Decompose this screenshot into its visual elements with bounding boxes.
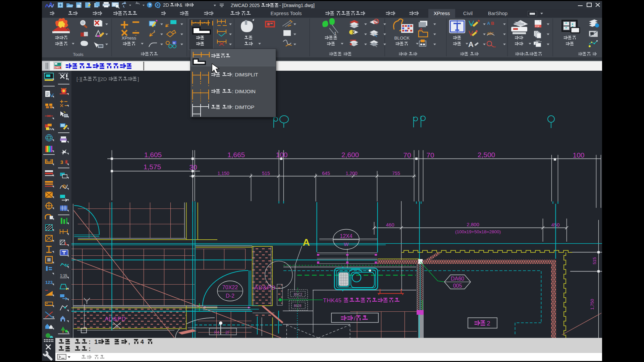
svg-text:1,605: 1,605 <box>144 151 162 159</box>
svg-text:3: 3 <box>60 159 63 165</box>
svg-text:460: 460 <box>386 222 394 228</box>
svg-text:70: 70 <box>403 151 411 159</box>
svg-text:005: 005 <box>453 283 462 289</box>
svg-text:M: M <box>173 41 175 45</box>
svg-text:515: 515 <box>262 171 270 176</box>
svg-text:1:15: 1:15 <box>60 274 67 278</box>
svg-text:515: 515 <box>592 257 597 264</box>
svg-text:1,575: 1,575 <box>144 163 161 171</box>
svg-text:123: 123 <box>45 280 53 285</box>
svg-text:100: 100 <box>573 151 584 159</box>
svg-text:PDF: PDF <box>535 25 540 27</box>
svg-text:8928: 8928 <box>294 304 302 308</box>
svg-text:2,600: 2,600 <box>341 151 359 159</box>
svg-text:AD&PD: AD&PD <box>254 285 276 291</box>
svg-text:?: ? <box>149 3 151 8</box>
svg-text:DA60: DA60 <box>451 276 464 282</box>
svg-text:(100x19+50x18=2800): (100x19+50x18=2800) <box>455 229 501 234</box>
svg-text:B5C2: B5C2 <box>294 293 302 296</box>
svg-text:A: A <box>303 237 310 248</box>
svg-text:1,665: 1,665 <box>227 151 245 159</box>
svg-text:AD&PD: AD&PD <box>105 316 126 322</box>
svg-text:30: 30 <box>189 163 197 171</box>
svg-text:755: 755 <box>392 171 400 176</box>
svg-text:1,150: 1,150 <box>217 171 229 176</box>
svg-text:100: 100 <box>276 151 287 159</box>
svg-text:1,200: 1,200 <box>345 171 357 176</box>
svg-text:70: 70 <box>426 151 434 159</box>
svg-text:W: W <box>344 241 349 247</box>
svg-text:z: z <box>154 29 155 33</box>
svg-text:B: B <box>491 21 494 26</box>
svg-text:A: A <box>468 40 474 49</box>
svg-text:1,750: 1,750 <box>590 299 595 310</box>
svg-text:2,500: 2,500 <box>478 151 495 159</box>
svg-text:A: A <box>487 21 490 26</box>
svg-text:1: 1 <box>334 31 336 36</box>
svg-text:2,800: 2,800 <box>467 222 479 227</box>
svg-text:70X22: 70X22 <box>222 285 238 290</box>
svg-text:12X4: 12X4 <box>340 233 352 239</box>
svg-text:D-2: D-2 <box>226 293 234 299</box>
svg-text:645: 645 <box>322 171 330 176</box>
svg-text:DWG: DWG <box>55 66 60 69</box>
